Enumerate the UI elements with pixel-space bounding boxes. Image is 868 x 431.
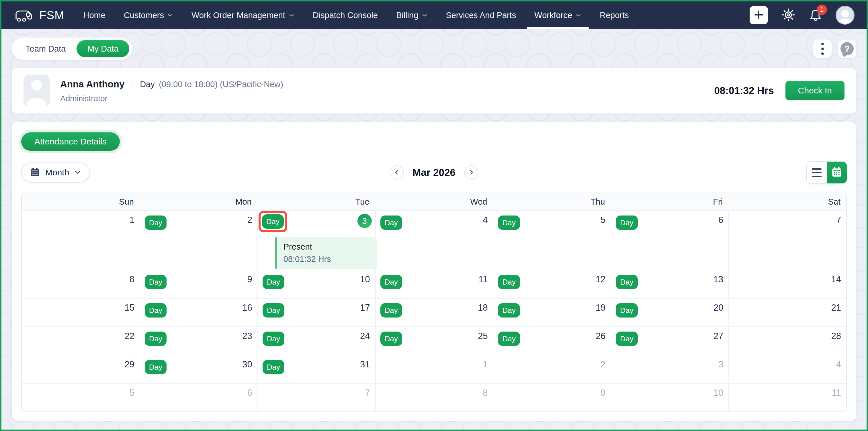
shift-day-badge[interactable]: Day — [262, 275, 284, 289]
shift-day-badge[interactable]: Day — [616, 332, 638, 346]
calendar-cell[interactable]: Day18 — [375, 299, 493, 327]
nav-item-dispatch-console[interactable]: Dispatch Console — [313, 1, 378, 29]
calendar-cell[interactable]: 6 — [140, 384, 257, 411]
calendar-cell[interactable]: 4 — [728, 355, 846, 383]
shift-day-badge[interactable]: Day — [498, 303, 520, 317]
highlight-annotation: Day — [258, 211, 287, 232]
calendar-cell[interactable]: Day26 — [493, 327, 611, 355]
calendar-cell[interactable]: 11 — [728, 384, 846, 411]
calendar-cell[interactable]: 8 — [22, 270, 140, 298]
period-selector[interactable]: Month — [21, 162, 90, 183]
shift-day-badge[interactable]: Day — [380, 303, 402, 317]
calendar-cell[interactable]: 7 — [728, 211, 846, 270]
calendar-cell[interactable]: Day27 — [611, 327, 728, 355]
nav-item-work-order-management[interactable]: Work Order Management — [191, 1, 294, 29]
user-info: Anna Anthony Day (09:00 to 18:00) (US/Pa… — [60, 78, 283, 103]
calendar-cell[interactable]: Day16 — [140, 299, 257, 327]
notifications-button[interactable]: 1 — [809, 8, 823, 23]
shift-day-badge[interactable]: Day — [616, 216, 638, 230]
calendar-cell[interactable]: 29 — [22, 355, 140, 383]
date-number: 1 — [483, 359, 488, 370]
nav-item-customers[interactable]: Customers — [124, 1, 173, 29]
date-number: 28 — [831, 331, 841, 341]
calendar-cell[interactable]: Day31 — [257, 355, 375, 383]
calendar-cell[interactable]: 3 — [611, 355, 728, 383]
shift-day-badge[interactable]: Day — [262, 214, 284, 229]
calendar-cell[interactable]: 15 — [22, 299, 140, 327]
calendar-cell[interactable]: 7 — [257, 384, 375, 411]
shift-day-badge[interactable]: Day — [616, 303, 638, 317]
previous-month-button[interactable] — [390, 165, 404, 180]
nav-item-billing[interactable]: Billing — [396, 1, 427, 29]
add-button[interactable] — [750, 6, 768, 24]
next-month-button[interactable] — [464, 165, 478, 180]
calendar-cell[interactable]: Day25 — [375, 327, 493, 355]
nav-item-label: Workforce — [534, 10, 572, 20]
calendar-cell[interactable]: 21 — [728, 299, 846, 327]
calendar-cell[interactable]: 14 — [728, 270, 846, 298]
weekday-label: Sat — [728, 197, 846, 207]
more-options-button[interactable] — [813, 39, 832, 58]
calendar-cell[interactable]: 9 — [493, 384, 611, 411]
shift-day-badge[interactable]: Day — [145, 360, 166, 374]
calendar-cell[interactable]: Day9 — [140, 270, 257, 298]
check-in-button[interactable]: Check In — [785, 81, 844, 100]
calendar-cell[interactable]: Day6 — [611, 211, 728, 270]
calendar-cell[interactable]: 22 — [22, 327, 140, 355]
date-number: 2 — [247, 215, 252, 225]
calendar-cell[interactable]: Day30 — [140, 355, 257, 383]
calendar-cell[interactable]: Day3Present08:01:32 Hrs — [257, 211, 375, 270]
shift-day-badge[interactable]: Day — [145, 275, 166, 289]
calendar-view-button[interactable] — [827, 162, 847, 183]
shift-day-badge[interactable]: Day — [262, 332, 284, 346]
calendar-cell[interactable]: Day13 — [611, 270, 728, 298]
shift-day-badge[interactable]: Day — [380, 216, 402, 230]
calendar-cell[interactable]: Day10 — [257, 270, 375, 298]
calendar-cell[interactable]: Day12 — [493, 270, 611, 298]
my-data-tab[interactable]: My Data — [76, 40, 129, 57]
scope-toolbar: Team Data My Data ? — [12, 29, 856, 60]
user-avatar[interactable] — [836, 6, 855, 25]
calendar-cell[interactable]: Day17 — [257, 299, 375, 327]
calendar-cell[interactable]: 2 — [493, 355, 611, 383]
brand[interactable]: FSM — [13, 7, 64, 23]
shift-day-badge[interactable]: Day — [262, 360, 284, 374]
calendar-cell[interactable]: Day20 — [611, 299, 728, 327]
shift-day-badge[interactable]: Day — [145, 303, 166, 317]
shift-day-badge[interactable]: Day — [145, 332, 166, 346]
calendar-cell[interactable]: Day23 — [140, 327, 257, 355]
fsm-truck-logo-icon — [13, 7, 34, 23]
calendar-cell[interactable]: 1 — [375, 355, 493, 383]
list-view-button[interactable] — [807, 162, 827, 183]
calendar-cell[interactable]: 28 — [728, 327, 846, 355]
settings-button[interactable] — [781, 8, 796, 23]
shift-day-badge[interactable]: Day — [498, 275, 520, 289]
help-button[interactable]: ? — [838, 39, 856, 58]
calendar-cell[interactable]: 5 — [22, 384, 140, 411]
shift-day-badge[interactable]: Day — [616, 275, 638, 289]
page-body: Team Data My Data ? Anna Anthony Day — [1, 29, 867, 421]
shift-day-badge[interactable]: Day — [145, 216, 166, 230]
nav-item-workforce[interactable]: Workforce — [534, 1, 581, 29]
attendance-popover: Present08:01:32 Hrs — [275, 237, 377, 269]
calendar-cell[interactable]: 8 — [375, 384, 493, 411]
calendar-cell[interactable]: Day24 — [257, 327, 375, 355]
calendar-cell[interactable]: Day2 — [140, 211, 257, 270]
calendar-cell[interactable]: 10 — [611, 384, 728, 411]
calendar-cell[interactable]: Day19 — [493, 299, 611, 327]
calendar-cell[interactable]: Day4 — [375, 211, 493, 270]
shift-day-badge[interactable]: Day — [380, 275, 402, 289]
shift-day-badge[interactable]: Day — [498, 216, 520, 230]
calendar-cell[interactable]: Day5 — [493, 211, 611, 270]
shift-day-badge[interactable]: Day — [380, 332, 402, 346]
shift-day-badge[interactable]: Day — [498, 332, 520, 346]
nav-item-reports[interactable]: Reports — [600, 1, 629, 29]
nav-item-services-and-parts[interactable]: Services And Parts — [446, 1, 516, 29]
nav-item-home[interactable]: Home — [83, 1, 105, 29]
calendar-cell[interactable]: 1 — [22, 211, 140, 270]
attendance-details-button[interactable]: Attendance Details — [21, 132, 120, 151]
shift-detail: (09:00 to 18:00) (US/Pacific-New) — [159, 80, 283, 89]
shift-day-badge[interactable]: Day — [262, 303, 284, 317]
calendar-cell[interactable]: Day11 — [375, 270, 493, 298]
team-data-tab[interactable]: Team Data — [14, 40, 76, 57]
